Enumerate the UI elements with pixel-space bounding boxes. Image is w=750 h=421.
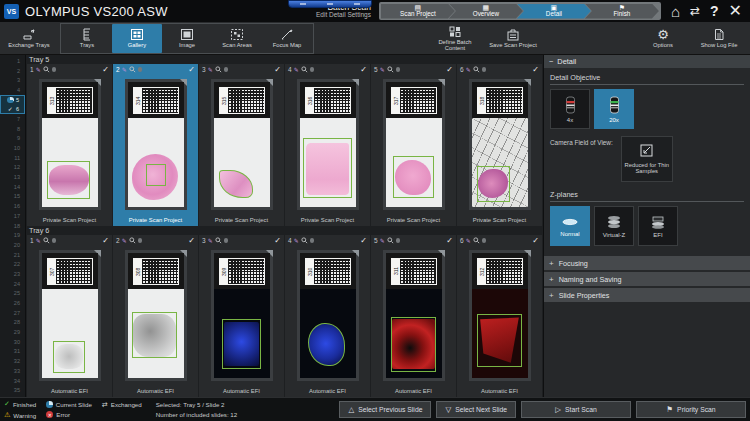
step-overview[interactable]: ▦Overview — [449, 4, 523, 19]
tray-strip-item-7[interactable]: 7 — [0, 114, 25, 124]
info-icon[interactable] — [482, 67, 487, 72]
edit-pen-icon[interactable]: ✎ — [122, 238, 127, 244]
magnifier-icon[interactable] — [387, 66, 394, 74]
slide-card-tray5-1[interactable]: 1 ✎ ✓ 313 Private Scan Pro — [27, 64, 112, 226]
tray-strip-item-29[interactable]: 29 — [0, 327, 25, 337]
step-scan-project[interactable]: ▤Scan Project — [381, 4, 455, 19]
tray-strip-item-25[interactable]: 25 — [0, 289, 25, 299]
slide-card-tray6-2[interactable]: 2 ✎ ✓ 308 Automatic EFI — [113, 235, 198, 397]
tray-strip-item-18[interactable]: 18 — [0, 221, 25, 231]
scan-roi-rectangle[interactable] — [391, 317, 436, 372]
slide-image-area[interactable]: 311 — [371, 246, 456, 385]
tray-strip-item-10[interactable]: 10 — [0, 143, 25, 153]
home-icon[interactable]: ⌂ — [671, 4, 680, 19]
exchange-icon[interactable]: ⇄ — [690, 5, 700, 17]
magnifier-icon[interactable] — [473, 66, 480, 74]
show-log-file-button[interactable]: Show Log File — [694, 24, 744, 53]
tray-strip-item-14[interactable]: 14 — [0, 182, 25, 192]
scan-roi-rectangle[interactable] — [477, 314, 522, 367]
tray-strip-item-23[interactable]: 23 — [0, 269, 25, 279]
tray-strip-item-27[interactable]: 27 — [0, 308, 25, 318]
tray-strip-item-35[interactable]: 35 — [0, 385, 25, 395]
naming-and-saving-section[interactable]: + Naming and Saving — [544, 272, 750, 286]
info-icon[interactable] — [310, 67, 315, 72]
magnifier-icon[interactable] — [43, 66, 50, 74]
info-icon[interactable] — [138, 238, 143, 243]
edit-pen-icon[interactable]: ✎ — [208, 67, 213, 73]
zplane-normal-button[interactable]: Normal — [550, 206, 590, 246]
slide-image-area[interactable]: 309 — [199, 246, 284, 385]
define-batch-content-button[interactable]: Define Batch Content — [430, 24, 480, 53]
scan-roi-rectangle[interactable] — [132, 312, 177, 358]
focusing-section[interactable]: + Focusing — [544, 256, 750, 270]
step-detail[interactable]: ▣Detail — [517, 4, 591, 19]
slide-image-area[interactable]: 313 — [27, 75, 112, 214]
slide-card-tray6-4[interactable]: 4 ✎ ✓ 310 Automatic EFI — [285, 235, 370, 397]
edit-pen-icon[interactable]: ✎ — [36, 238, 41, 244]
edit-pen-icon[interactable]: ✎ — [208, 238, 213, 244]
zplane-virtualz-button[interactable]: Virtual-Z — [594, 206, 634, 246]
tray-strip-item-32[interactable]: 32 — [0, 356, 25, 366]
edit-pen-icon[interactable]: ✎ — [294, 238, 299, 244]
slide-card-tray6-3[interactable]: 3 ✎ ✓ 309 Automatic EFI — [199, 235, 284, 397]
start-scan-button[interactable]: ▷Start Scan — [521, 401, 631, 418]
objective-20x-button[interactable]: 20x — [594, 89, 634, 129]
slide-image-area[interactable]: 318 — [457, 75, 542, 214]
scan-areas-button[interactable]: Scan Areas — [212, 24, 262, 53]
scan-roi-rectangle[interactable] — [47, 161, 90, 199]
slide-image-area[interactable]: 312 — [457, 246, 542, 385]
slide-image-area[interactable]: 310 — [285, 246, 370, 385]
priority-scan-button[interactable]: ⚑Priority Scan — [636, 401, 746, 418]
select-previous-slide-button[interactable]: △Select Previous Slide — [339, 401, 431, 418]
tray-strip-item-33[interactable]: 33 — [0, 366, 25, 376]
edit-pen-icon[interactable]: ✎ — [466, 238, 471, 244]
exchange-trays-button[interactable]: Exchange Trays — [4, 24, 54, 53]
options-button[interactable]: ⚙ Options — [638, 24, 688, 53]
edit-pen-icon[interactable]: ✎ — [294, 67, 299, 73]
slide-card-tray5-2[interactable]: 2 ✎ ✓ 314 Private Scan Pro — [113, 64, 198, 226]
edit-pen-icon[interactable]: ✎ — [380, 67, 385, 73]
magnifier-icon[interactable] — [215, 237, 222, 245]
info-icon[interactable] — [224, 238, 229, 243]
focus-map-button[interactable]: Focus Map — [262, 24, 312, 53]
slide-card-tray5-6[interactable]: 6 ✎ ✓ 318 Private Scan Pro — [457, 64, 542, 226]
tray-strip-item-28[interactable]: 28 — [0, 318, 25, 328]
included-check-icon[interactable]: ✓ — [102, 65, 109, 74]
tray-strip-item-13[interactable]: 13 — [0, 172, 25, 182]
included-check-icon[interactable]: ✓ — [532, 236, 539, 245]
scan-roi-rectangle[interactable] — [303, 138, 351, 198]
included-check-icon[interactable]: ✓ — [360, 236, 367, 245]
slide-image-area[interactable]: 315 — [199, 75, 284, 214]
scan-roi-rectangle[interactable] — [393, 156, 434, 198]
tray-strip-item-15[interactable]: 15 — [0, 192, 25, 202]
slide-properties-section[interactable]: + Slide Properties — [544, 288, 750, 302]
objective-4x-button[interactable]: 4x — [550, 89, 590, 129]
info-icon[interactable] — [396, 67, 401, 72]
tray-strip-item-17[interactable]: 17 — [0, 211, 25, 221]
included-check-icon[interactable]: ✓ — [188, 65, 195, 74]
tray-strip-item-9[interactable]: 9 — [0, 134, 25, 144]
tray-strip-item-24[interactable]: 24 — [0, 279, 25, 289]
slide-card-tray6-5[interactable]: 5 ✎ ✓ 311 Automatic EFI — [371, 235, 456, 397]
slide-card-tray6-1[interactable]: 1 ✎ ✓ 307 Automatic EFI — [27, 235, 112, 397]
slide-image-area[interactable]: 308 — [113, 246, 198, 385]
slide-card-tray5-4[interactable]: 4 ✎ ✓ 316 Private Scan Pro — [285, 64, 370, 226]
tray-strip-item-34[interactable]: 34 — [0, 376, 25, 386]
zplane-efi-button[interactable]: EFI — [638, 206, 678, 246]
edit-pen-icon[interactable]: ✎ — [36, 67, 41, 73]
info-icon[interactable] — [52, 67, 57, 72]
edit-pen-icon[interactable]: ✎ — [466, 67, 471, 73]
tray-strip-item-12[interactable]: 12 — [0, 163, 25, 173]
edit-pen-icon[interactable]: ✎ — [122, 67, 127, 73]
magnifier-icon[interactable] — [215, 66, 222, 74]
save-scan-project-button[interactable]: Save Scan Project — [488, 24, 538, 53]
trays-button[interactable]: Trays — [62, 24, 112, 53]
info-icon[interactable] — [396, 238, 401, 243]
magnifier-icon[interactable] — [473, 237, 480, 245]
slide-card-tray5-5[interactable]: 5 ✎ ✓ 317 Private Scan Pro — [371, 64, 456, 226]
tray-strip-item-19[interactable]: 19 — [0, 230, 25, 240]
magnifier-icon[interactable] — [301, 66, 308, 74]
included-check-icon[interactable]: ✓ — [446, 65, 453, 74]
scan-roi-rectangle[interactable] — [53, 341, 85, 373]
included-check-icon[interactable]: ✓ — [102, 236, 109, 245]
